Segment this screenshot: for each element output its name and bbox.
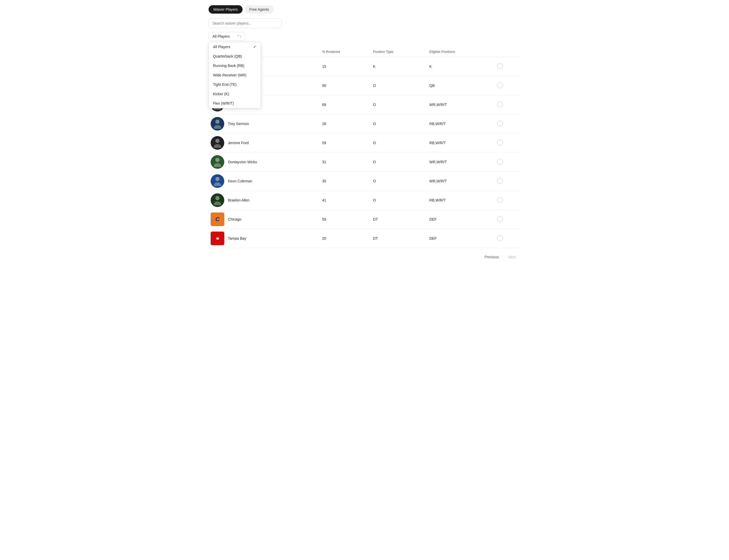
- search-wrapper: [209, 18, 520, 28]
- player-name-cell: C Chicago: [209, 210, 320, 229]
- col-header-select: [495, 47, 520, 57]
- player-rostered: 69: [320, 95, 371, 114]
- filter-option-flex[interactable]: Flex (W/R/T): [209, 99, 261, 108]
- player-select-cell: [495, 76, 520, 95]
- player-select-cell: [495, 191, 520, 210]
- table-row: ☠ Tampa Bay 20 DT DEF: [209, 229, 520, 248]
- player-position-type: O: [371, 133, 427, 153]
- player-select-cell: [495, 133, 520, 153]
- player-select-cell: [495, 57, 520, 76]
- player-name-cell: Keon Coleman: [209, 172, 320, 191]
- table-row: Jerome Ford 59 O RB,W/R/T: [209, 133, 520, 153]
- player-avatar: [211, 155, 224, 169]
- player-select-radio[interactable]: [497, 140, 503, 145]
- player-rostered: 31: [320, 153, 371, 172]
- filter-option-all[interactable]: All Players ✓: [209, 42, 261, 52]
- col-header-position-type: Position Type: [371, 47, 427, 57]
- player-rostered: 90: [320, 76, 371, 95]
- player-select-cell: [495, 95, 520, 114]
- table-row: Keon Coleman 35 O WR,W/R/T: [209, 172, 520, 191]
- player-position-type: O: [371, 153, 427, 172]
- player-position-type: DT: [371, 229, 427, 248]
- player-select-radio[interactable]: [497, 159, 503, 165]
- player-select-radio[interactable]: [497, 216, 503, 222]
- team-logo-chicago: C: [211, 212, 224, 226]
- pagination-row: Previous Next: [209, 248, 520, 263]
- player-select-radio[interactable]: [497, 235, 503, 241]
- page-container: Waiver Players Free Agents All Players ⌃…: [202, 0, 527, 268]
- filter-option-label: Tight End (TE): [213, 82, 237, 87]
- player-select-radio[interactable]: [497, 178, 503, 184]
- player-cell: Keon Coleman: [211, 174, 316, 188]
- player-position-type: O: [371, 76, 427, 95]
- player-avatar: [211, 174, 224, 188]
- filter-option-label: Quarterback (QB): [213, 54, 242, 58]
- player-position-type: O: [371, 114, 427, 133]
- player-eligible-positions: WR,W/R/T: [427, 95, 495, 114]
- svg-point-12: [215, 177, 220, 181]
- table-row: Dontayvion Wicks 31 O WR,W/R/T: [209, 153, 520, 172]
- player-name: Chicago: [228, 217, 241, 221]
- svg-point-13: [214, 182, 221, 186]
- player-eligible-positions: QB: [427, 76, 495, 95]
- filter-option-label: Wide Receiver (WR): [213, 73, 246, 77]
- player-select-radio[interactable]: [497, 121, 503, 126]
- player-rostered: 41: [320, 191, 371, 210]
- player-eligible-positions: K: [427, 57, 495, 76]
- tab-free-agents[interactable]: Free Agents: [245, 5, 274, 14]
- filter-option-label: Flex (W/R/T): [213, 101, 234, 105]
- search-input[interactable]: [209, 18, 282, 28]
- previous-button[interactable]: Previous: [482, 253, 501, 261]
- player-name-cell: Dontayvion Wicks: [209, 153, 320, 172]
- player-cell: C Chicago: [211, 212, 316, 226]
- svg-point-9: [214, 144, 221, 148]
- filter-dropdown-menu: All Players ✓ Quarterback (QB) Running B…: [209, 42, 261, 108]
- player-select-cell: [495, 229, 520, 248]
- player-name: Tampa Bay: [228, 236, 246, 240]
- player-name: Trey Sermon: [228, 122, 249, 126]
- filter-option-qb[interactable]: Quarterback (QB): [209, 52, 261, 61]
- tab-waiver-players[interactable]: Waiver Players: [209, 5, 243, 14]
- player-position-type: K: [371, 57, 427, 76]
- player-position-type: O: [371, 172, 427, 191]
- svg-point-15: [214, 201, 221, 205]
- player-select-radio[interactable]: [497, 82, 503, 88]
- player-rostered: 26: [320, 114, 371, 133]
- player-position-type: O: [371, 191, 427, 210]
- svg-point-14: [215, 196, 220, 200]
- player-rostered: 20: [320, 229, 371, 248]
- player-name-cell: Trey Sermon: [209, 114, 320, 133]
- player-select-radio[interactable]: [497, 102, 503, 107]
- player-avatar: [211, 117, 224, 131]
- filter-option-te[interactable]: Tight End (TE): [209, 80, 261, 89]
- player-eligible-positions: RB,W/R/T: [427, 133, 495, 153]
- player-eligible-positions: RB,W/R/T: [427, 114, 495, 133]
- svg-point-10: [215, 158, 220, 162]
- table-row: Braelon Allen 41 O RB,W/R/T: [209, 191, 520, 210]
- player-rostered: 59: [320, 210, 371, 229]
- filter-dropdown-trigger[interactable]: All Players ⌃↕: [209, 32, 245, 41]
- player-select-cell: [495, 172, 520, 191]
- player-name-cell: Braelon Allen: [209, 191, 320, 210]
- player-name: Keon Coleman: [228, 179, 252, 183]
- filter-option-rb[interactable]: Running Back (RB): [209, 61, 261, 70]
- next-button[interactable]: Next: [506, 253, 518, 261]
- filter-option-wr[interactable]: Wide Receiver (WR): [209, 70, 261, 80]
- player-rostered: 59: [320, 133, 371, 153]
- player-select-radio[interactable]: [497, 197, 503, 203]
- svg-point-7: [214, 125, 221, 129]
- col-header-eligible-positions: Eligible Positions: [427, 47, 495, 57]
- player-name: Jerome Ford: [228, 141, 249, 145]
- player-eligible-positions: DEF: [427, 210, 495, 229]
- check-icon: ✓: [253, 45, 256, 49]
- filter-option-k[interactable]: Kicker (K): [209, 89, 261, 99]
- player-eligible-positions: DEF: [427, 229, 495, 248]
- player-eligible-positions: WR,W/R/T: [427, 172, 495, 191]
- player-name-cell: ☠ Tampa Bay: [209, 229, 320, 248]
- player-position-type: DT: [371, 210, 427, 229]
- filter-option-label: All Players: [213, 45, 230, 49]
- player-cell: ☠ Tampa Bay: [211, 232, 316, 245]
- table-row: Trey Sermon 26 O RB,W/R/T: [209, 114, 520, 133]
- player-select-radio[interactable]: [497, 63, 503, 69]
- player-name-cell: Jerome Ford: [209, 133, 320, 153]
